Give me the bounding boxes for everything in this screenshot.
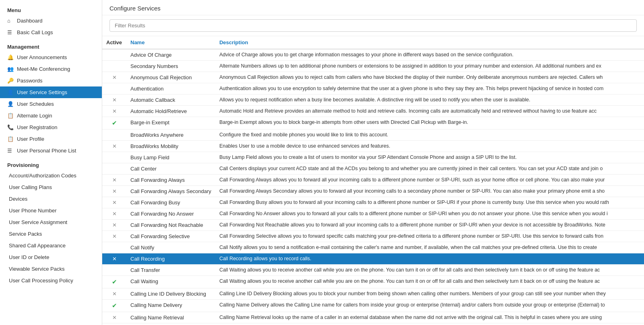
table-row[interactable]: Busy Lamp Field Busy Lamp Field allows y… <box>102 152 644 163</box>
sidebar-label-user-service-settings: User Service Settings <box>17 89 67 95</box>
cell-name: Calling Name Delivery <box>126 300 215 312</box>
table-row[interactable]: ✕ Call Forwarding Selective Call Forward… <box>102 231 644 242</box>
cell-active: ✔ <box>102 117 126 130</box>
table-row[interactable]: BroadWorks Anywhere Configure the fixed … <box>102 130 644 141</box>
table-row[interactable]: ✕ Call Forwarding Always Call Forwarding… <box>102 175 644 186</box>
cell-name: Call Center <box>126 163 215 175</box>
cell-name: Call Forwarding Not Reachable <box>126 220 215 231</box>
cell-active <box>102 163 126 175</box>
cell-desc: Allows you to request notification when … <box>215 95 644 106</box>
table-row[interactable]: ✕ Call Forwarding Busy Call Forwarding B… <box>102 197 644 208</box>
sidebar-item-user-id-or-delete[interactable]: User ID or Delete <box>0 251 102 263</box>
sidebar-item-passwords[interactable]: 🔑Passwords <box>0 75 102 86</box>
provisioning-title: Provisioning <box>0 159 102 170</box>
table-row[interactable]: Secondary Numbers Alternate Numbers allo… <box>102 61 644 72</box>
cell-desc: Call Forwarding Busy allows you to forwa… <box>215 197 644 208</box>
table-row[interactable]: ✔ Call Waiting Call Waiting allows you t… <box>102 276 644 288</box>
cell-name: Call Forwarding Selective <box>126 231 215 242</box>
meet-me-conferencing-icon: 👥 <box>7 66 14 72</box>
table-row[interactable]: ✕ Call Forwarding No Answer Call Forward… <box>102 208 644 220</box>
table-row[interactable]: Call Notify Call Notify allows you to se… <box>102 242 644 253</box>
sidebar-item-devices[interactable]: Devices <box>0 193 102 205</box>
cell-desc: Anonymous Call Rejection allows you to r… <box>215 72 644 83</box>
cell-active: ✕ <box>102 72 126 83</box>
sidebar-item-user-registration[interactable]: 📞User Registration <box>0 121 102 133</box>
sidebar-item-user-service-settings[interactable]: 👤User Service Settings <box>0 86 102 98</box>
sidebar-item-user-phone-number[interactable]: User Phone Number <box>0 205 102 216</box>
sidebar-item-shared-call-appearance[interactable]: Shared Call Appearance <box>0 240 102 251</box>
management-title: Management <box>0 41 102 51</box>
table-row[interactable]: ✔ Calling Name Delivery Calling Name Del… <box>102 300 644 312</box>
cell-name: Busy Lamp Field <box>126 152 215 163</box>
table-row[interactable]: ✔ Calling Number Delivery Calling Number… <box>102 323 644 325</box>
user-schedules-icon: 👤 <box>7 101 14 107</box>
cell-active: ✔ <box>102 300 126 312</box>
cell-name: Authentication <box>126 83 215 95</box>
alternate-login-icon: 📋 <box>7 113 14 119</box>
col-header-desc: Description <box>215 36 644 49</box>
cell-active: ✕ <box>102 197 126 208</box>
sidebar-item-user-personal-phone-list[interactable]: ☰User Personal Phone List <box>0 145 102 156</box>
cell-name: Barge-in Exempt <box>126 117 215 130</box>
sidebar-item-meet-me-conferencing[interactable]: 👥Meet-Me Conferencing <box>0 63 102 75</box>
sidebar-item-user-schedules[interactable]: 👤User Schedules <box>0 98 102 110</box>
table-row[interactable]: ✔ Barge-in Exempt Barge-in Exempt allows… <box>102 117 644 130</box>
cell-active: ✕ <box>102 106 126 117</box>
main-content: Configure Services Active Name Descripti… <box>102 0 644 325</box>
sidebar-label-user-schedules: User Schedules <box>17 101 54 107</box>
check-icon: ✔ <box>112 119 117 126</box>
sidebar-item-viewable-service-packs[interactable]: Viewable Service Packs <box>0 263 102 275</box>
table-row[interactable]: Call Transfer Call Waiting allows you to… <box>102 265 644 276</box>
table-row[interactable]: ✕ Call Recording Call Recording allows y… <box>102 253 644 265</box>
table-row[interactable]: ✕ BroadWorks Mobility Enables User to us… <box>102 141 644 152</box>
sidebar-item-user-profile[interactable]: 📋User Profile <box>0 133 102 145</box>
sidebar-label-account-authorization-codes: Account/Authorization Codes <box>9 173 76 179</box>
sidebar-item-account-authorization-codes[interactable]: Account/Authorization Codes <box>0 170 102 181</box>
cell-desc: Call Waiting allows you to receive anoth… <box>215 265 644 276</box>
cell-desc: Call Forwarding Selective allows you to … <box>215 231 644 242</box>
cell-desc: Authentication allows you to use encrypt… <box>215 83 644 95</box>
sidebar-label-user-calling-plans: User Calling Plans <box>9 184 52 190</box>
cell-name: Call Forwarding Always <box>126 175 215 186</box>
sidebar-label-dashboard: Dashboard <box>17 18 43 24</box>
user-service-settings-icon: 👤 <box>7 89 14 95</box>
table-row[interactable]: ✕ Automatic Callback Allows you to reque… <box>102 95 644 106</box>
table-row[interactable]: ✕ Calling Name Retrieval Calling Name Re… <box>102 312 644 323</box>
table-row[interactable]: Advice Of Charge Advice of Charge allows… <box>102 49 644 61</box>
sidebar-item-alternate-login[interactable]: 📋Alternate Login <box>0 110 102 121</box>
services-table-container: Active Name Description Advice Of Charge… <box>102 36 644 325</box>
cell-active: ✔ <box>102 323 126 325</box>
x-icon: ✕ <box>112 177 117 183</box>
cell-name: BroadWorks Mobility <box>126 141 215 152</box>
cell-desc: Enables User to use a mobile device to u… <box>215 141 644 152</box>
table-row[interactable]: ✕ Call Forwarding Always Secondary Call … <box>102 186 644 197</box>
cell-name: Advice Of Charge <box>126 49 215 61</box>
cell-desc: Calling Line ID Delivery Blocking allows… <box>215 288 644 300</box>
cell-active: ✕ <box>102 141 126 152</box>
table-row[interactable]: ✕ Call Forwarding Not Reachable Call For… <box>102 220 644 231</box>
sidebar-item-dashboard[interactable]: ⌂Dashboard <box>0 15 102 27</box>
x-icon: ✕ <box>112 188 117 194</box>
table-row[interactable]: Call Center Call Centers displays your c… <box>102 163 644 175</box>
filter-input[interactable] <box>109 19 637 32</box>
sidebar-item-service-packs[interactable]: Service Packs <box>0 228 102 240</box>
cell-desc: Automatic Hold and Retrieve provides an … <box>215 106 644 117</box>
basic-call-logs-icon: ☰ <box>7 29 14 35</box>
sidebar-label-alternate-login: Alternate Login <box>17 113 52 119</box>
sidebar-item-user-calling-plans[interactable]: User Calling Plans <box>0 181 102 193</box>
cell-desc: Barge-in Exempt allows you to block barg… <box>215 117 644 130</box>
cell-active: ✕ <box>102 253 126 265</box>
table-row[interactable]: ✕ Calling Line ID Delivery Blocking Call… <box>102 288 644 300</box>
sidebar-item-basic-call-logs[interactable]: ☰Basic Call Logs <box>0 27 102 38</box>
table-row[interactable]: ✕ Automatic Hold/Retrieve Automatic Hold… <box>102 106 644 117</box>
sidebar-item-user-service-assignment[interactable]: User Service Assignment <box>0 216 102 228</box>
sidebar-label-user-profile: User Profile <box>17 136 44 142</box>
sidebar-item-user-announcements[interactable]: 🔔User Announcements <box>0 51 102 63</box>
sidebar-item-user-call-processing-policy[interactable]: User Call Processing Policy <box>0 275 102 286</box>
cell-desc: Call Waiting allows you to receive anoth… <box>215 276 644 288</box>
sidebar: Menu ⌂Dashboard☰Basic Call Logs Manageme… <box>0 0 102 325</box>
sidebar-label-service-packs: Service Packs <box>9 231 42 237</box>
table-row[interactable]: ✕ Anonymous Call Rejection Anonymous Cal… <box>102 72 644 83</box>
col-header-active: Active <box>102 36 126 49</box>
table-row[interactable]: Authentication Authentication allows you… <box>102 83 644 95</box>
